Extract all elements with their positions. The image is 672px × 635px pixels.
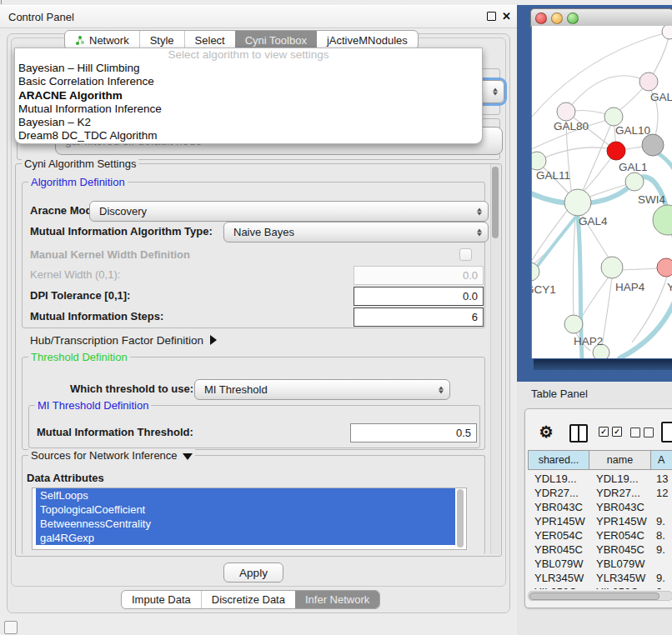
zoom-traffic-light-icon[interactable] (567, 12, 579, 24)
combo-arrows-icon (477, 228, 482, 236)
data-attributes-list[interactable]: SelfLoopsTopologicalCoefficientBetweenne… (32, 488, 467, 550)
tab-jactivemnodules[interactable]: jActiveMNodules (317, 31, 418, 49)
which-threshold-combobox[interactable]: MI Threshold (194, 379, 450, 400)
attributes-scrollbar[interactable] (456, 489, 464, 548)
combo-arrows-icon (477, 208, 482, 215)
aracne-mode-combobox[interactable]: Discovery (89, 201, 489, 222)
table-row[interactable]: YER054CYER054C8. (524, 528, 672, 542)
network-node-hap4[interactable] (601, 257, 623, 278)
dropdown-placeholder: Select algorithm to view settings (15, 48, 482, 62)
table-cell: YER054C (596, 528, 644, 542)
table-row[interactable]: YPR145WYPR145W9. (524, 514, 672, 528)
node-label: GAL11 (536, 169, 570, 182)
algorithm-option[interactable]: Dream8 DC_TDC Algorithm (15, 129, 482, 142)
minimize-traffic-light-icon[interactable] (551, 12, 563, 24)
algorithm-option[interactable]: ARACNE Algorithm (15, 89, 482, 102)
algorithm-option[interactable]: Basic Correlation Inference (15, 75, 482, 88)
tab-network[interactable]: Network (65, 31, 139, 49)
hub-section-toggle[interactable]: Hub/Transcription Factor Definition (30, 332, 217, 348)
algorithm-option[interactable]: Bayesian – K2 (15, 116, 482, 129)
network-edge (602, 278, 612, 346)
network-node-y[interactable] (657, 258, 672, 277)
mi-steps-field[interactable]: 6 (354, 308, 484, 327)
tab-impute-data[interactable]: Impute Data (122, 591, 201, 608)
attribute-item[interactable]: TopologicalCoefficient (36, 502, 455, 517)
gear-icon[interactable]: ⚙ (538, 422, 554, 441)
attribute-item[interactable]: SelfLoops (36, 488, 455, 502)
checked-checkboxes-icon[interactable]: ✓✓ (599, 427, 622, 437)
attribute-item[interactable]: BetweennessCentrality (36, 517, 455, 531)
kernel-width-field[interactable]: 0.0 (354, 266, 484, 285)
algorithm-option[interactable]: Bayesian – Hill Climbing (15, 62, 482, 75)
combo-arrows-icon (493, 88, 498, 96)
minimized-panel-icon[interactable] (4, 621, 18, 634)
mi-steps-label: Mutual Information Steps: (30, 308, 163, 325)
mi-type-combobox[interactable]: Naive Bayes (223, 222, 489, 242)
column-header-name[interactable]: name (589, 450, 651, 470)
column-header-third[interactable]: A (650, 450, 672, 470)
network-node-gal11[interactable] (532, 152, 546, 170)
tab-discretize-data[interactable]: Discretize Data (201, 591, 295, 608)
dpi-tolerance-field[interactable]: 0.0 (354, 287, 484, 306)
table-cell: 13 (656, 472, 668, 486)
apply-button[interactable]: Apply (223, 562, 283, 582)
collapsed-arrow-icon (210, 335, 217, 345)
network-node[interactable] (662, 26, 672, 39)
network-node-gal1[interactable] (607, 142, 625, 160)
network-node[interactable] (653, 205, 672, 235)
network-node-gal10[interactable] (604, 108, 623, 126)
node-label: HAP2 (574, 335, 603, 348)
manual-kernel-label: Manual Kernel Width Definition (30, 248, 190, 260)
table-hscrollbar[interactable] (528, 591, 672, 601)
table-panel-title: Table Panel (531, 388, 588, 400)
table-row[interactable]: YBR045CYBR045C9. (524, 542, 672, 557)
tab-select[interactable]: Select (184, 31, 235, 49)
expanded-arrow-icon (183, 453, 193, 460)
bottom-tabs: Impute Data Discretize Data Infer Networ… (121, 590, 380, 609)
settings-scrollbar-thumb[interactable] (492, 167, 499, 238)
sources-group-title[interactable]: Sources for Network Inference (28, 449, 195, 462)
settings-scrollbar[interactable] (490, 164, 500, 554)
float-window-icon[interactable] (487, 12, 496, 21)
network-node-gal80[interactable] (557, 102, 575, 121)
table-row[interactable]: YBR043CYBR043C (524, 500, 672, 514)
table-row[interactable]: YBL079WYBL079W (524, 557, 672, 571)
network-node[interactable] (642, 134, 664, 156)
close-icon[interactable]: ✕ (502, 11, 511, 22)
network-window-titlebar[interactable] (530, 8, 672, 28)
network-node-swi4[interactable] (625, 172, 644, 191)
table-cell: YER054C (534, 528, 583, 542)
mi-threshold-field[interactable]: 0.5 (350, 423, 477, 442)
table-row[interactable]: YIL052CYIL052C9. (524, 585, 672, 589)
node-label: SWI4 (638, 193, 665, 206)
dpi-tolerance-label: DPI Tolerance [0,1]: (30, 287, 130, 304)
node-label: GCY1 (532, 283, 556, 296)
tab-cyni-toolbox[interactable]: Cyni Toolbox (235, 31, 317, 49)
combo-arrows-icon (439, 386, 444, 393)
network-canvas[interactable]: GAL2GAL80GAL10GAL1GAL11SWI4GAL4HAP4YGCY1… (531, 26, 672, 358)
network-edge (566, 76, 649, 112)
table-cell: 9. (656, 542, 665, 557)
network-node-gal4[interactable] (564, 189, 591, 216)
attribute-item[interactable]: gal4RGexp (36, 531, 455, 545)
unchecked-checkboxes-icon[interactable] (630, 428, 654, 438)
column-header-shared[interactable]: shared... (528, 450, 589, 470)
network-node-gal2[interactable] (639, 72, 658, 91)
tab-style[interactable]: Style (139, 31, 184, 49)
close-traffic-light-icon[interactable] (535, 12, 547, 24)
attributes-scrollbar-thumb[interactable] (457, 489, 464, 548)
algorithm-option[interactable]: Mutual Information Inference (15, 102, 482, 116)
document-icon[interactable] (661, 422, 672, 442)
edge-artifact (1, 0, 2, 4)
table-row[interactable]: YLR345WYLR345W9. (524, 571, 672, 585)
tab-infer-network[interactable]: Infer Network (295, 591, 379, 608)
table-row[interactable]: YDL19...YDL19...13 (524, 472, 672, 486)
table-cell: YBR043C (534, 500, 583, 514)
table-row[interactable]: YDR27...YDR27...12 (524, 486, 672, 500)
manual-kernel-checkbox[interactable] (459, 248, 472, 261)
table-cell: YBR045C (596, 542, 644, 557)
network-node-hap2[interactable] (564, 315, 583, 333)
table-hscrollbar-thumb[interactable] (529, 592, 659, 600)
table-cell: 8. (656, 528, 665, 542)
column-split-icon[interactable] (569, 424, 588, 442)
